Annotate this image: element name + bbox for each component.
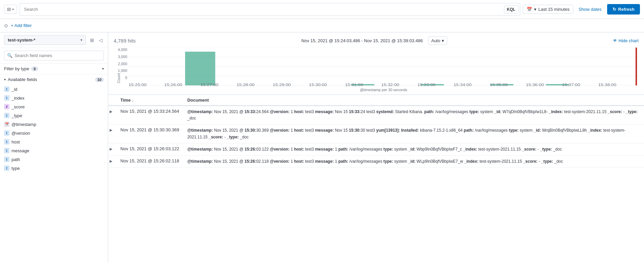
refresh-label: Refresh <box>618 7 635 12</box>
show-dates-button[interactable]: Show dates <box>576 5 604 14</box>
doc-key: host: <box>294 147 304 152</box>
hits-label: hits <box>128 38 136 44</box>
sidebar: test-system-* ▾ ⊞ ◁ 🔍 Filter by type 0 ▾ <box>0 32 108 263</box>
doc-key: path: <box>464 128 474 133</box>
index-pattern-button[interactable]: test-system-* ▾ <box>4 35 86 45</box>
time-col-label: Time <box>120 98 131 103</box>
expand-cell: ▶ <box>108 125 116 143</box>
svg-text:15:36:00: 15:36:00 <box>526 83 544 86</box>
doc-key: path: <box>338 159 348 164</box>
doc-key: 15:33: <box>349 109 361 114</box>
svg-text:15:34:00: 15:34:00 <box>454 83 472 86</box>
collapse-sidebar-button[interactable]: ◁ <box>97 36 104 44</box>
hide-chart-button[interactable]: 👁 Hide chart <box>613 38 639 43</box>
search-input[interactable] <box>20 7 504 12</box>
field-item-type[interactable]: ttype <box>0 164 108 173</box>
index-name-label: test-system-* <box>8 37 36 43</box>
doc-key: 15:26: <box>245 159 256 164</box>
field-item-message[interactable]: tmessage <box>0 146 108 155</box>
field-item-@timestamp[interactable]: 📅@timestamp <box>0 120 108 129</box>
doc-key: @timestamp: <box>187 147 213 152</box>
field-type-badge-message: t <box>4 148 9 153</box>
doc-key: 15:30: <box>245 128 256 133</box>
field-item-host[interactable]: thost <box>0 137 108 146</box>
search-fields-input[interactable] <box>15 53 101 58</box>
field-item-_type[interactable]: t_type <box>0 111 108 120</box>
time-cell: Nov 15, 2021 @ 15:30:30.369 <box>116 125 183 143</box>
doc-key: message: <box>315 147 334 152</box>
field-name-_score: _score <box>12 104 25 109</box>
doc-key: yum[13913]: <box>376 128 400 133</box>
refresh-icon: ↻ <box>613 7 616 12</box>
y-tick-2000: 2,000 <box>115 62 127 66</box>
doc-key: _type: <box>626 109 638 114</box>
available-fields-label: Available fields <box>8 77 37 82</box>
main-layout: test-system-* ▾ ⊞ ◁ 🔍 Filter by type 0 ▾ <box>0 32 644 263</box>
field-type-badge-@version: t <box>4 130 9 136</box>
doc-key: _score: <box>523 159 537 164</box>
doc-key: _index: <box>464 159 478 164</box>
filter-icon[interactable]: ⊙ <box>4 23 8 28</box>
doc-key: message: <box>315 159 334 164</box>
sidebar-icons: ⊞ ◁ <box>89 36 104 44</box>
search-fields-container: 🔍 <box>0 48 108 63</box>
field-item-@version[interactable]: t@version <box>0 129 108 137</box>
collapse-icon: ▾ <box>4 78 6 81</box>
auto-selector[interactable]: Auto ▾ <box>428 36 447 45</box>
time-col-header[interactable]: Time ↓ <box>116 95 183 106</box>
refresh-button[interactable]: ↻ Refresh <box>607 4 640 15</box>
doc-key: host: <box>294 159 304 164</box>
add-filter-button[interactable]: + Add filter <box>11 23 32 28</box>
doc-key: _id: <box>494 109 501 114</box>
field-type-badge-_type: t <box>4 113 9 118</box>
eye-icon: 👁 <box>613 38 617 43</box>
time-cell: Nov 15, 2021 @ 15:26:03.122 <box>116 143 183 155</box>
expand-row-button[interactable]: ▶ <box>110 109 112 114</box>
filter-bar: ⊙ + Add filter <box>0 19 644 32</box>
field-item-_index[interactable]: t_index <box>0 94 108 102</box>
field-item-_id[interactable]: t_id <box>0 85 108 94</box>
y-tick-4000: 4,000 <box>115 48 127 52</box>
svg-rect-5 <box>185 52 215 85</box>
search-bar[interactable]: KQL <box>20 3 520 16</box>
field-type-badge-_index: t <box>4 95 9 101</box>
histogram-chart: 15:25:00 15:26:00 15:27:00 15:28:00 15:2… <box>129 48 639 86</box>
table-row: ▶Nov 15, 2021 @ 15:33:24.564@timestamp: … <box>108 106 644 125</box>
auto-label: Auto <box>431 38 440 43</box>
svg-text:15:38:00: 15:38:00 <box>598 83 617 86</box>
svg-text:15:32:00: 15:32:00 <box>381 83 399 86</box>
field-list: t_idt_index#_scoret_type📅@timestampt@ver… <box>0 85 108 173</box>
field-type-badge-@timestamp: 📅 <box>4 122 9 127</box>
expand-row-button[interactable]: ▶ <box>110 128 112 132</box>
field-item-_score[interactable]: #_score <box>0 102 108 111</box>
search-fields-input-wrapper[interactable]: 🔍 <box>4 51 104 60</box>
grid-view-button[interactable]: ⊞ <box>89 36 95 44</box>
svg-text:15:25:00: 15:25:00 <box>129 83 147 86</box>
svg-text:15:37:00: 15:37:00 <box>562 83 580 86</box>
hits-number: 4,789 <box>114 38 127 44</box>
kql-badge[interactable]: KQL <box>504 5 519 14</box>
doc-key: path: <box>338 147 348 152</box>
available-fields-header[interactable]: ▾ Available fields 10 <box>0 74 108 85</box>
filter-by-type-row[interactable]: Filter by type 0 ▾ <box>0 63 108 74</box>
doc-key: message: <box>315 109 334 114</box>
svg-text:15:26:00: 15:26:00 <box>164 83 183 86</box>
expand-cell: ▶ <box>108 155 116 167</box>
field-type-badge-_score: # <box>4 104 9 109</box>
expand-row-button[interactable]: ▶ <box>110 147 112 151</box>
index-selector[interactable]: ⊟ ▾ <box>4 5 17 14</box>
field-item-path[interactable]: tpath <box>0 155 108 164</box>
doc-key: @timestamp: <box>187 109 213 114</box>
svg-text:15:30:00: 15:30:00 <box>309 83 327 86</box>
doc-key: type: <box>384 159 393 164</box>
sidebar-header: test-system-* ▾ ⊞ ◁ <box>0 32 108 48</box>
y-tick-1000: 1,000 <box>115 69 127 73</box>
time-range-display: Nov 15, 2021 @ 15:24:03.486 - Nov 15, 20… <box>301 38 423 43</box>
expand-row-button[interactable]: ▶ <box>110 159 112 163</box>
field-type-badge-host: t <box>4 139 9 144</box>
expand-cell: ▶ <box>108 143 116 155</box>
content-area: 4,789 hits Nov 15, 2021 @ 15:24:03.486 -… <box>108 32 644 263</box>
time-picker[interactable]: 📅 ▾ Last 15 minutes <box>523 5 573 14</box>
chevron-down-icon: ▾ <box>12 7 14 11</box>
hits-count: 4,789 hits <box>114 38 136 44</box>
